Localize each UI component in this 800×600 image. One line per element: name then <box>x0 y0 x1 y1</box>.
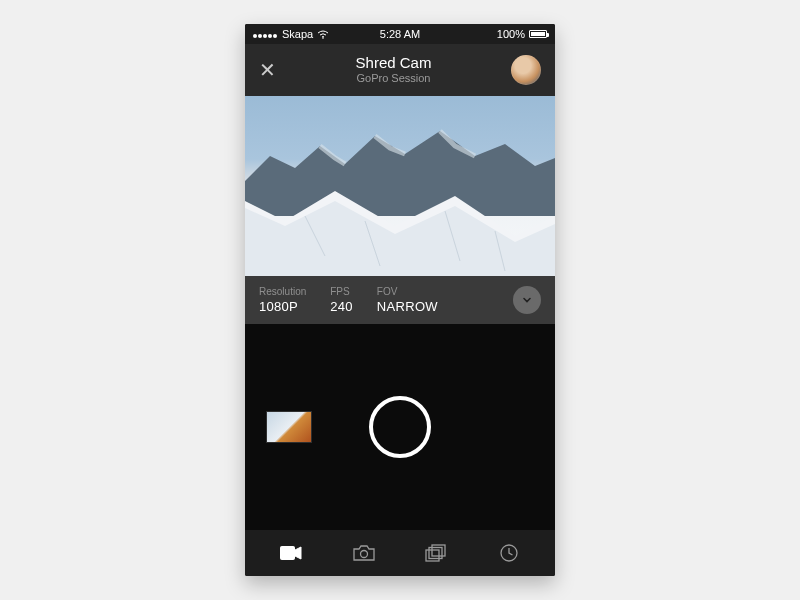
setting-label: FPS <box>330 286 353 297</box>
battery-pct: 100% <box>497 28 525 40</box>
setting-value: 1080P <box>259 299 306 314</box>
clock: 5:28 AM <box>380 28 420 40</box>
capture-settings: Resolution 1080P FPS 240 FOV NARROW <box>245 276 555 324</box>
setting-label: FOV <box>377 286 438 297</box>
header: ✕ Shred Cam GoPro Session <box>245 44 555 96</box>
battery-icon <box>529 30 547 38</box>
svg-rect-4 <box>429 548 442 559</box>
camera-subtitle: GoPro Session <box>356 72 432 85</box>
svg-rect-1 <box>281 547 295 560</box>
setting-value: NARROW <box>377 299 438 314</box>
svg-point-2 <box>360 551 367 558</box>
photo-mode-icon[interactable] <box>340 545 388 561</box>
phone-frame: Skapa 5:28 AM 100% ✕ Shred Cam GoPro Ses… <box>245 24 555 576</box>
mountain-front <box>245 166 555 276</box>
signal-dots <box>253 28 278 40</box>
setting-fps[interactable]: FPS 240 <box>330 286 353 314</box>
setting-value: 240 <box>330 299 353 314</box>
header-titles: Shred Cam GoPro Session <box>356 54 432 85</box>
wifi-icon <box>317 30 329 39</box>
video-mode-icon[interactable] <box>267 546 315 560</box>
avatar[interactable] <box>511 55 541 85</box>
setting-label: Resolution <box>259 286 306 297</box>
live-preview[interactable] <box>245 96 555 276</box>
setting-fov[interactable]: FOV NARROW <box>377 286 438 314</box>
timelapse-mode-icon[interactable] <box>485 543 533 563</box>
burst-mode-icon[interactable] <box>412 544 460 562</box>
chevron-down-icon[interactable] <box>513 286 541 314</box>
shutter-button[interactable] <box>369 396 431 458</box>
mode-navbar <box>245 530 555 576</box>
carrier-label: Skapa <box>282 28 313 40</box>
camera-title: Shred Cam <box>356 54 432 72</box>
close-icon[interactable]: ✕ <box>259 58 276 82</box>
svg-point-0 <box>322 37 324 39</box>
last-capture-thumbnail[interactable] <box>267 412 311 442</box>
status-bar: Skapa 5:28 AM 100% <box>245 24 555 44</box>
setting-resolution[interactable]: Resolution 1080P <box>259 286 306 314</box>
capture-area <box>245 324 555 530</box>
